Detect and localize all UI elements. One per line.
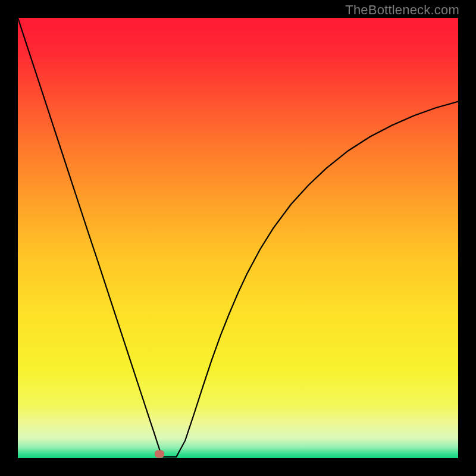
curve-layer: [18, 18, 458, 458]
chart-frame: TheBottleneck.com: [0, 0, 476, 476]
bottleneck-curve: [18, 18, 458, 457]
optimum-marker: [155, 450, 164, 458]
plot-area: [18, 18, 458, 458]
watermark-text: TheBottleneck.com: [345, 2, 459, 18]
